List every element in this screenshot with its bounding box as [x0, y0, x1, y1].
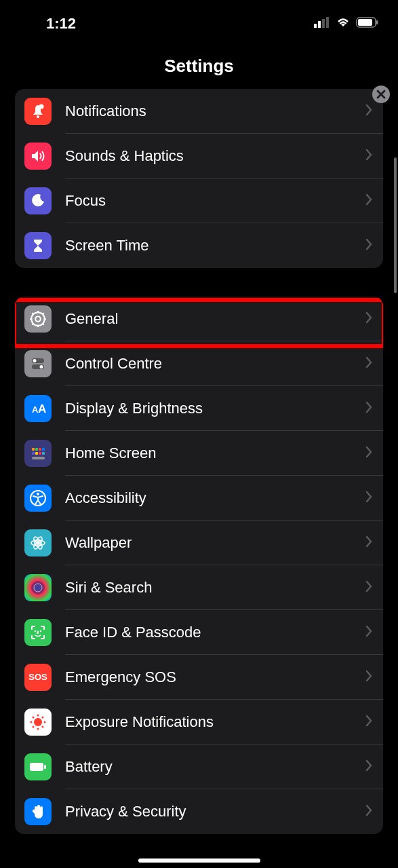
row-label: Battery	[65, 758, 365, 776]
row-controlcentre[interactable]: Control Centre	[15, 341, 383, 386]
svg-rect-1	[318, 21, 321, 28]
settings-group-1: Notifications Sounds & Haptics Focus Scr…	[15, 89, 383, 268]
svg-rect-55	[44, 765, 46, 769]
home-indicator[interactable]	[138, 858, 260, 863]
row-privacy[interactable]: Privacy & Security	[15, 789, 383, 834]
chevron-right-icon	[365, 193, 372, 208]
flower-icon	[24, 529, 52, 556]
page-header: Settings	[0, 41, 398, 89]
row-general[interactable]: General	[15, 297, 383, 341]
chevron-right-icon	[365, 715, 372, 730]
row-siri[interactable]: Siri & Search	[15, 565, 383, 610]
row-label: Notifications	[65, 102, 365, 120]
svg-rect-28	[42, 448, 45, 451]
row-notifications[interactable]: Notifications	[15, 89, 383, 134]
row-focus[interactable]: Focus	[15, 178, 383, 223]
chevron-right-icon	[365, 149, 372, 164]
svg-rect-6	[376, 20, 378, 24]
svg-line-16	[43, 324, 44, 325]
status-time: 1:12	[46, 15, 76, 33]
svg-rect-25	[32, 448, 35, 451]
battery-icon	[356, 17, 379, 31]
svg-rect-33	[32, 457, 45, 459]
row-label: Siri & Search	[65, 579, 365, 597]
exposure-icon	[24, 709, 52, 736]
svg-line-18	[43, 313, 44, 314]
svg-point-36	[36, 541, 40, 545]
gear-icon	[24, 305, 52, 333]
chevron-right-icon	[365, 625, 372, 640]
row-wallpaper[interactable]: Wallpaper	[15, 521, 383, 565]
svg-point-50	[33, 717, 35, 719]
svg-rect-32	[42, 452, 45, 455]
svg-point-35	[37, 493, 39, 495]
row-label: Privacy & Security	[65, 803, 365, 820]
row-screentime[interactable]: Screen Time	[15, 223, 383, 268]
svg-rect-26	[35, 448, 38, 451]
svg-rect-54	[30, 763, 43, 771]
page-title: Settings	[0, 56, 398, 77]
settings-content: Notifications Sounds & Haptics Focus Scr…	[0, 89, 398, 834]
svg-line-15	[32, 313, 33, 314]
svg-rect-30	[35, 452, 38, 455]
hand-icon	[24, 798, 52, 825]
status-bar: 1:12	[0, 0, 398, 41]
svg-point-47	[37, 728, 39, 730]
svg-text:SOS: SOS	[28, 672, 47, 682]
row-label: Focus	[65, 192, 365, 210]
cellular-icon	[314, 17, 330, 31]
row-battery[interactable]: Battery	[15, 744, 383, 789]
svg-rect-0	[314, 24, 317, 28]
svg-point-20	[33, 359, 37, 362]
svg-point-48	[31, 721, 33, 723]
row-accessibility[interactable]: Accessibility	[15, 476, 383, 521]
chevron-right-icon	[365, 312, 372, 326]
row-label: Screen Time	[65, 237, 365, 254]
sos-icon: SOS	[24, 664, 52, 691]
close-button[interactable]	[372, 86, 390, 103]
moon-icon	[24, 187, 52, 214]
svg-line-17	[32, 324, 33, 325]
row-label: Home Screen	[65, 445, 365, 462]
faceid-icon	[24, 619, 52, 646]
chevron-right-icon	[365, 804, 372, 819]
svg-point-53	[42, 726, 44, 728]
accessibility-icon	[24, 485, 52, 512]
siri-icon	[24, 574, 52, 601]
status-icons	[314, 17, 379, 31]
hourglass-icon	[24, 232, 52, 259]
scroll-indicator[interactable]	[394, 157, 397, 293]
row-homescreen[interactable]: Home Screen	[15, 431, 383, 476]
settings-group-2: General Control Centre AA Display & Brig…	[15, 297, 383, 834]
svg-rect-29	[32, 452, 35, 455]
row-sos[interactable]: SOS Emergency SOS	[15, 655, 383, 700]
row-faceid[interactable]: Face ID & Passcode	[15, 610, 383, 655]
svg-point-10	[35, 316, 41, 322]
row-label: General	[65, 310, 365, 328]
switches-icon	[24, 350, 52, 377]
chevron-right-icon	[365, 356, 372, 371]
bell-badge-icon	[24, 98, 52, 125]
svg-point-8	[39, 105, 44, 109]
svg-rect-2	[322, 19, 325, 28]
svg-point-40	[31, 581, 45, 595]
row-exposure[interactable]: Exposure Notifications	[15, 700, 383, 744]
row-label: Display & Brightness	[65, 400, 365, 417]
row-label: Control Centre	[65, 355, 365, 373]
grid-icon	[24, 440, 52, 467]
svg-rect-3	[326, 17, 329, 28]
chevron-right-icon	[365, 535, 372, 550]
svg-point-43	[40, 630, 42, 633]
chevron-right-icon	[365, 670, 372, 685]
chevron-right-icon	[365, 238, 372, 253]
row-sounds[interactable]: Sounds & Haptics	[15, 134, 383, 178]
row-label: Emergency SOS	[65, 668, 365, 686]
chevron-right-icon	[365, 759, 372, 774]
row-label: Face ID & Passcode	[65, 624, 365, 641]
svg-text:A: A	[38, 402, 46, 415]
row-display[interactable]: AA Display & Brightness	[15, 386, 383, 431]
svg-rect-5	[358, 19, 372, 26]
battery-icon	[24, 753, 52, 780]
svg-point-52	[33, 726, 35, 728]
row-label: Sounds & Haptics	[65, 147, 365, 165]
